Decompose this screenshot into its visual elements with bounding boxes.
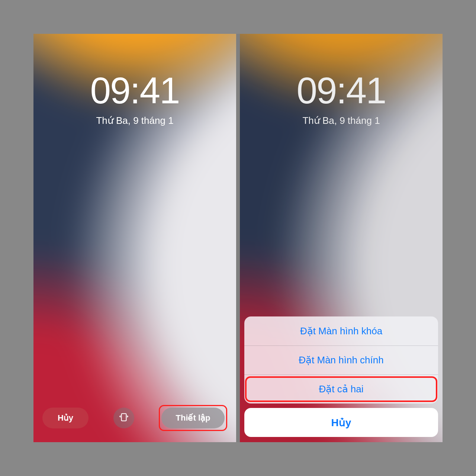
svg-rect-0 bbox=[121, 414, 126, 421]
option-label: Đặt Màn hình chính bbox=[299, 354, 383, 366]
screenshot-pair: 09:41 Thứ Ba, 9 tháng 1 Hủy Thiết lập 09… bbox=[33, 34, 443, 442]
action-sheet-options: Đặt Màn hình khóa Đặt Màn hình chính Đặt… bbox=[244, 316, 438, 403]
set-both-option[interactable]: Đặt cả hai bbox=[244, 374, 438, 403]
option-label: Đặt cả hai bbox=[319, 383, 363, 395]
cancel-button[interactable]: Hủy bbox=[42, 408, 89, 428]
perspective-icon bbox=[119, 412, 129, 424]
option-label: Đặt Màn hình khóa bbox=[300, 325, 382, 337]
set-label: Thiết lập bbox=[176, 413, 210, 423]
cancel-label: Hủy bbox=[58, 413, 73, 423]
set-home-screen-option[interactable]: Đặt Màn hình chính bbox=[244, 345, 438, 374]
action-sheet: Đặt Màn hình khóa Đặt Màn hình chính Đặt… bbox=[244, 316, 438, 437]
set-button[interactable]: Thiết lập bbox=[161, 408, 225, 428]
clock-date: Thứ Ba, 9 tháng 1 bbox=[33, 115, 236, 126]
perspective-zoom-button[interactable] bbox=[113, 408, 134, 428]
highlight-box: Thiết lập bbox=[159, 405, 227, 431]
phone-right: 09:41 Thứ Ba, 9 tháng 1 Thu phóng phối c… bbox=[240, 34, 443, 442]
set-lock-screen-option[interactable]: Đặt Màn hình khóa bbox=[244, 316, 438, 345]
action-sheet-cancel[interactable]: Hủy bbox=[244, 408, 438, 437]
bottom-toolbar: Hủy Thiết lập bbox=[33, 405, 236, 431]
cancel-label: Hủy bbox=[331, 416, 351, 429]
clock-time: 09:41 bbox=[33, 69, 236, 112]
phone-left: 09:41 Thứ Ba, 9 tháng 1 Hủy Thiết lập bbox=[33, 34, 236, 442]
